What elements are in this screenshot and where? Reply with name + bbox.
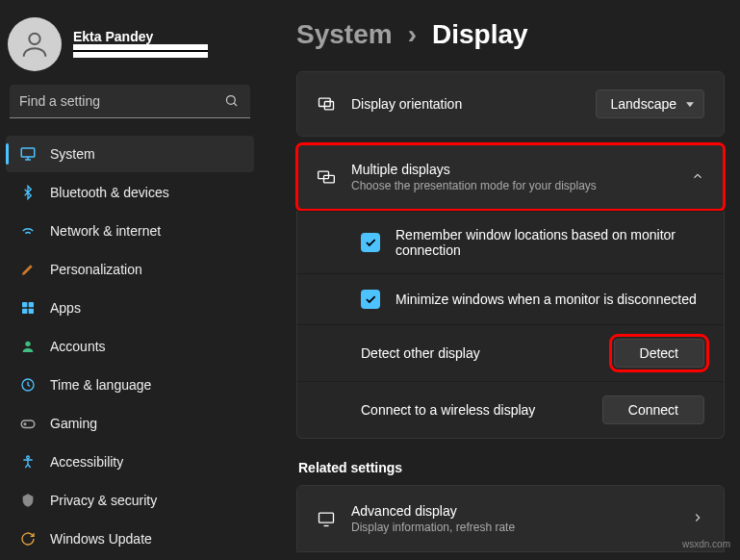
main-content: System › Display Display orientation Lan… <box>260 0 740 560</box>
chevron-up-icon <box>691 169 704 186</box>
svg-rect-3 <box>22 302 27 307</box>
user-email-redacted <box>73 44 208 58</box>
sidebar-item-label: Gaming <box>50 416 97 431</box>
svg-point-10 <box>27 456 30 459</box>
sidebar-item-label: Privacy & security <box>50 493 157 508</box>
sidebar-item-label: Accounts <box>50 339 106 354</box>
remember-locations-label: Remember window locations based on monit… <box>396 227 704 258</box>
sidebar-nav: System Bluetooth & devices Network & int… <box>6 136 254 557</box>
multiple-displays-body: Remember window locations based on monit… <box>296 211 725 439</box>
minimize-windows-row: Minimize windows when a monitor is disco… <box>297 273 724 324</box>
remember-locations-row: Remember window locations based on monit… <box>297 211 724 273</box>
gamepad-icon <box>19 415 37 432</box>
breadcrumb-parent[interactable]: System <box>296 19 393 50</box>
sidebar-item-label: Windows Update <box>50 531 152 547</box>
sidebar-item-apps[interactable]: Apps <box>6 290 254 326</box>
orientation-select[interactable]: Landscape <box>596 89 704 118</box>
sidebar-item-label: Apps <box>50 300 81 316</box>
search-field[interactable] <box>10 85 250 118</box>
breadcrumb-current: Display <box>432 19 528 50</box>
remember-locations-checkbox[interactable] <box>361 233 380 252</box>
svg-rect-4 <box>29 302 34 307</box>
chevron-right-icon <box>691 511 704 527</box>
connect-button[interactable]: Connect <box>602 395 704 424</box>
sidebar-item-label: System <box>50 146 95 162</box>
advanced-display-subtitle: Display information, refresh rate <box>351 521 676 534</box>
sidebar-item-label: Accessibility <box>50 454 123 470</box>
update-icon <box>19 530 37 547</box>
wireless-display-row: Connect to a wireless display Connect <box>297 381 724 438</box>
person-icon <box>19 338 37 355</box>
svg-rect-2 <box>21 148 35 157</box>
paintbrush-icon <box>19 261 37 278</box>
minimize-windows-checkbox[interactable] <box>361 290 380 309</box>
advanced-display-row[interactable]: Advanced display Display information, re… <box>296 485 725 552</box>
multi-display-icon <box>317 167 336 187</box>
accessibility-icon <box>19 453 37 471</box>
advanced-display-title: Advanced display <box>351 503 676 519</box>
avatar <box>8 17 62 71</box>
shield-icon <box>19 492 37 509</box>
monitor-icon <box>317 509 336 528</box>
watermark: wsxdn.com <box>682 539 730 549</box>
orientation-label: Display orientation <box>351 96 580 112</box>
bluetooth-icon <box>19 184 37 201</box>
apps-icon <box>19 299 37 317</box>
multiple-displays-header[interactable]: Multiple displays Choose the presentatio… <box>296 143 725 211</box>
wifi-icon <box>19 222 37 240</box>
sidebar: Ekta Pandey System Bluetooth & devices N… <box>0 0 260 560</box>
orientation-icon <box>317 94 336 114</box>
sidebar-item-label: Network & internet <box>50 223 161 239</box>
user-name: Ekta Pandey <box>73 29 208 44</box>
wireless-label: Connect to a wireless display <box>361 402 587 418</box>
sidebar-item-update[interactable]: Windows Update <box>6 521 254 557</box>
user-profile[interactable]: Ekta Pandey <box>6 13 254 85</box>
detect-display-row: Detect other display Detect <box>297 324 724 381</box>
search-input[interactable] <box>10 85 250 118</box>
breadcrumb: System › Display <box>296 19 725 50</box>
svg-point-7 <box>25 342 30 346</box>
detect-button[interactable]: Detect <box>614 339 704 368</box>
sidebar-item-accessibility[interactable]: Accessibility <box>6 444 254 480</box>
display-orientation-row[interactable]: Display orientation Landscape <box>296 71 725 137</box>
sidebar-item-accounts[interactable]: Accounts <box>6 328 254 365</box>
clock-globe-icon <box>19 376 37 394</box>
svg-rect-12 <box>324 102 333 110</box>
svg-rect-6 <box>29 309 34 314</box>
search-icon <box>224 93 239 111</box>
svg-point-0 <box>29 34 39 44</box>
sidebar-item-gaming[interactable]: Gaming <box>6 405 254 442</box>
multi-display-subtitle: Choose the presentation mode for your di… <box>351 179 676 192</box>
detect-label: Detect other display <box>361 345 599 361</box>
svg-rect-5 <box>22 309 27 314</box>
sidebar-item-network[interactable]: Network & internet <box>6 213 254 249</box>
chevron-right-icon: › <box>408 19 417 50</box>
sidebar-item-label: Time & language <box>50 377 151 393</box>
minimize-windows-label: Minimize windows when a monitor is disco… <box>396 292 704 307</box>
svg-rect-9 <box>21 420 35 428</box>
sidebar-item-privacy[interactable]: Privacy & security <box>6 482 254 519</box>
sidebar-item-system[interactable]: System <box>6 136 254 172</box>
sidebar-item-label: Bluetooth & devices <box>50 185 169 200</box>
sidebar-item-time[interactable]: Time & language <box>6 367 254 403</box>
monitor-icon <box>19 145 37 163</box>
sidebar-item-personalization[interactable]: Personalization <box>6 251 254 288</box>
sidebar-item-bluetooth[interactable]: Bluetooth & devices <box>6 174 254 211</box>
sidebar-item-label: Personalization <box>50 262 142 277</box>
svg-rect-15 <box>319 513 334 522</box>
related-settings-header: Related settings <box>298 460 725 475</box>
multi-display-title: Multiple displays <box>351 162 676 177</box>
svg-point-1 <box>227 95 236 104</box>
